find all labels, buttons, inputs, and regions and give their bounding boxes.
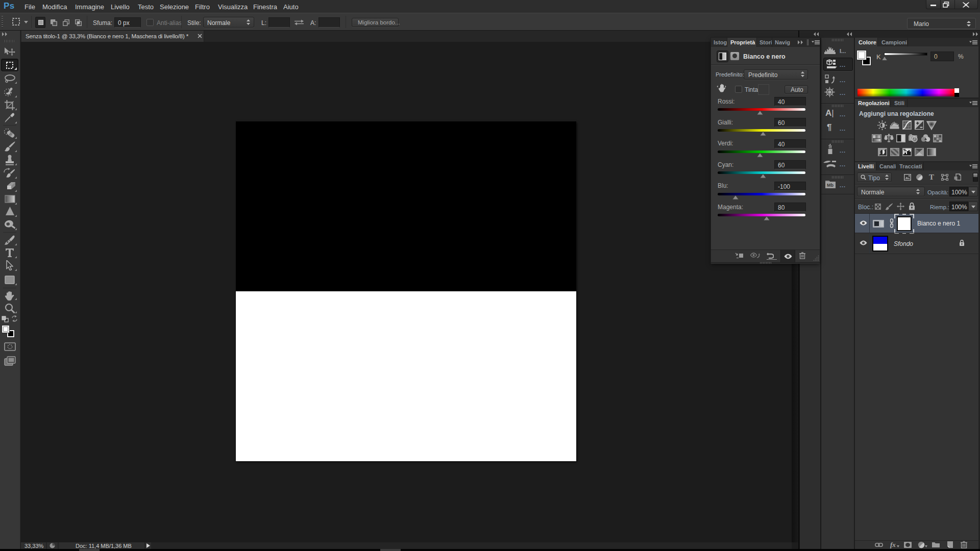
svg-text:Mb: Mb <box>827 183 834 188</box>
